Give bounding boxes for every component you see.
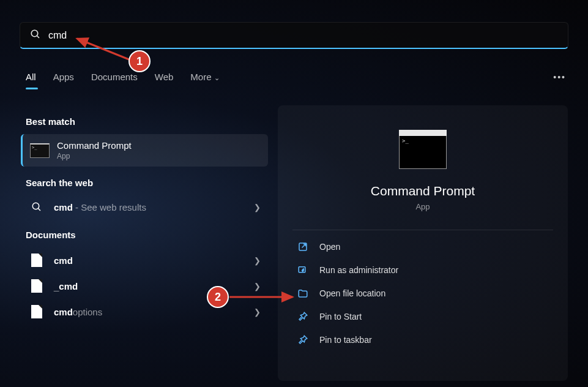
action-open-file-location[interactable]: Open file location <box>292 282 553 305</box>
best-match-item[interactable]: Command Prompt App <box>21 134 268 167</box>
filter-tabs: All Apps Documents Web More⌄ <box>26 69 220 89</box>
command-prompt-icon <box>399 130 447 169</box>
best-match-title: Command Prompt <box>57 140 132 151</box>
action-open[interactable]: Open <box>292 235 553 258</box>
annotation-step-2: 2 <box>207 286 229 308</box>
web-search-item[interactable]: cmd - See web results ❯ <box>21 195 268 219</box>
tab-more[interactable]: More⌄ <box>190 69 219 89</box>
chevron-right-icon: ❯ <box>254 256 261 265</box>
chevron-right-icon: ❯ <box>254 307 261 317</box>
svg-line-3 <box>38 208 40 211</box>
document-icon <box>31 254 42 267</box>
chevron-down-icon: ⌄ <box>214 74 220 81</box>
divider <box>292 230 553 230</box>
annotation-arrow <box>226 291 300 303</box>
document-item[interactable]: cmd ❯ <box>21 247 268 273</box>
document-icon <box>31 279 42 293</box>
web-search-header: Search the web <box>26 178 263 188</box>
pin-icon <box>296 334 310 345</box>
search-icon <box>28 201 45 212</box>
pin-icon <box>296 311 310 322</box>
preview-subtitle: App <box>415 202 430 211</box>
svg-point-2 <box>32 203 39 209</box>
action-pin-to-taskbar[interactable]: Pin to taskbar <box>292 328 553 351</box>
svg-line-1 <box>37 36 39 38</box>
action-pin-to-start[interactable]: Pin to Start <box>292 305 553 328</box>
svg-rect-5 <box>299 267 305 272</box>
tab-documents[interactable]: Documents <box>91 69 138 89</box>
preview-title: Command Prompt <box>371 184 475 198</box>
best-match-header: Best match <box>26 116 263 127</box>
command-prompt-icon <box>30 143 50 158</box>
annotation-step-1: 1 <box>128 50 151 72</box>
open-icon <box>296 241 310 252</box>
documents-header: Documents <box>26 230 263 240</box>
best-match-subtitle: App <box>57 152 132 160</box>
chevron-right-icon: ❯ <box>254 203 261 212</box>
chevron-right-icon: ❯ <box>254 282 261 291</box>
preview-panel: Command Prompt App Open Run as administr… <box>278 105 568 381</box>
search-icon <box>30 29 41 42</box>
tab-apps[interactable]: Apps <box>53 69 74 89</box>
tab-all[interactable]: All <box>26 69 36 89</box>
action-run-as-admin[interactable]: Run as administrator <box>292 258 553 282</box>
svg-point-0 <box>31 30 38 37</box>
overflow-button[interactable]: ••• <box>553 72 566 82</box>
document-icon <box>31 305 42 318</box>
shield-icon <box>296 265 310 276</box>
svg-line-7 <box>77 39 133 61</box>
tab-web[interactable]: Web <box>155 69 174 89</box>
